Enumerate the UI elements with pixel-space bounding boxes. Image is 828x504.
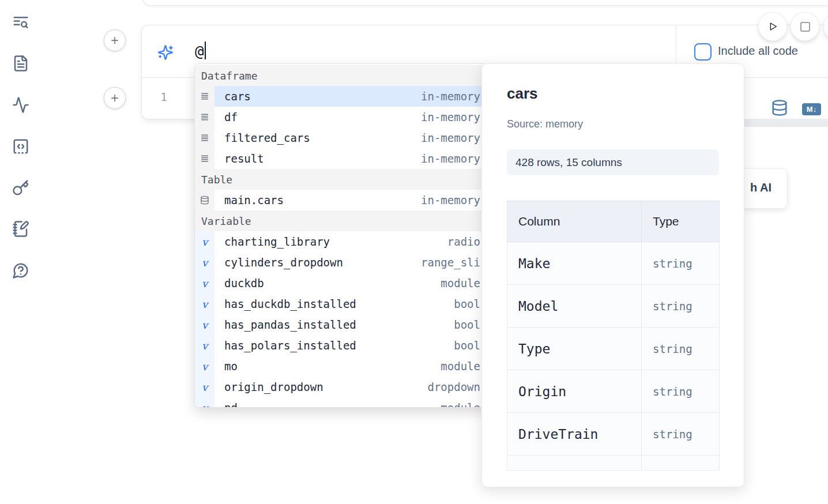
- previous-cell-edge: [142, 0, 828, 6]
- schema-header-column: Column: [507, 201, 642, 242]
- variable-icon: v: [195, 335, 214, 356]
- item-type: bool: [447, 318, 480, 331]
- text-cursor: [205, 42, 206, 59]
- schema-column-name: Make: [507, 242, 642, 284]
- sidebar-activity-tracing-icon[interactable]: [12, 96, 29, 114]
- autocomplete-item-result[interactable]: resultin-memory: [195, 148, 488, 169]
- ai-prompt-input[interactable]: @: [195, 42, 206, 60]
- play-icon: [766, 20, 779, 33]
- item-type: bool: [447, 339, 480, 352]
- autocomplete-item-cars[interactable]: carsin-memory: [195, 86, 488, 107]
- schema-column-name: Model: [507, 285, 642, 327]
- item-type: in-memory: [414, 111, 480, 123]
- autocomplete-section-header: Dataframe: [195, 65, 488, 86]
- schema-column-name: Type: [507, 328, 642, 370]
- item-type: module: [434, 277, 480, 289]
- autocomplete-item-filtered_cars[interactable]: filtered_carsin-memory: [195, 127, 488, 148]
- item-name: charting_library: [224, 235, 330, 248]
- variable-icon: v: [195, 252, 214, 273]
- item-name: result: [224, 152, 264, 165]
- schema-column-type: string: [642, 413, 719, 455]
- dataframe-icon: [195, 148, 214, 169]
- sidebar-file-text-icon[interactable]: [12, 55, 29, 72]
- schema-column-type: string: [642, 242, 719, 284]
- autocomplete-item-charting_library[interactable]: vcharting_libraryradio: [195, 231, 488, 252]
- schema-column-name: Origin: [507, 370, 642, 412]
- item-type: bool: [447, 298, 480, 310]
- item-name: origin_dropdown: [224, 381, 323, 393]
- item-name: df: [224, 111, 238, 123]
- schema-column-type: [642, 456, 719, 470]
- item-type: dropdown: [420, 381, 480, 393]
- autocomplete-item-main.cars[interactable]: main.carsin-memory: [195, 190, 488, 210]
- markdown-icon[interactable]: M↓: [802, 103, 821, 115]
- item-name: duckdb: [224, 277, 264, 289]
- item-name: pd: [224, 401, 238, 408]
- preview-source: Source: memory: [507, 118, 583, 130]
- autocomplete-item-df[interactable]: dfin-memory: [195, 107, 488, 127]
- variable-icon: v: [195, 231, 214, 252]
- autocomplete-item-cylinders_dropdown[interactable]: vcylinders_dropdownrange_sli: [195, 252, 488, 273]
- variable-icon: v: [195, 397, 214, 408]
- schema-column-type: string: [642, 328, 719, 370]
- item-name: main.cars: [224, 194, 284, 206]
- variable-icon: v: [195, 294, 214, 314]
- schema-column-name: DriveTrain: [507, 413, 642, 455]
- generate-with-ai-label: h AI: [750, 181, 771, 194]
- item-name: has_duckdb_installed: [224, 298, 356, 310]
- sidebar-key-secrets-icon[interactable]: [12, 179, 29, 197]
- datasource-database-icon[interactable]: [771, 99, 788, 116]
- item-name: filtered_cars: [224, 131, 310, 144]
- line-number: 1: [157, 90, 171, 104]
- dataframe-icon: [195, 107, 214, 127]
- ai-sparkles-icon: [157, 44, 174, 61]
- schema-column-type: string: [642, 370, 719, 412]
- item-name: mo: [224, 360, 238, 373]
- stop-cell-button[interactable]: [791, 12, 819, 41]
- variable-icon: v: [195, 377, 214, 397]
- item-type: module: [434, 401, 480, 408]
- add-cell-button-bottom[interactable]: +: [104, 87, 126, 109]
- autocomplete-item-has_polars_installed[interactable]: vhas_polars_installedbool: [195, 335, 488, 356]
- schema-header-type: Type: [642, 201, 719, 242]
- autocomplete-popup: Dataframecarsin-memorydfin-memoryfiltere…: [194, 63, 489, 408]
- preview-title: cars: [507, 85, 538, 103]
- variable-icon: v: [195, 314, 214, 335]
- schema-row-partial: [507, 456, 720, 471]
- dataframe-icon: [195, 86, 214, 107]
- add-cell-button-top[interactable]: +: [104, 29, 126, 51]
- item-type: range_sli: [414, 256, 480, 269]
- sidebar-help-chat-icon[interactable]: [12, 262, 29, 279]
- autocomplete-item-has_pandas_installed[interactable]: vhas_pandas_installedbool: [195, 314, 488, 335]
- sidebar-code-snippets-icon[interactable]: [12, 138, 29, 155]
- sidebar-notebook-pen-scratchpad-icon[interactable]: [12, 220, 29, 238]
- item-name: cars: [224, 90, 251, 103]
- item-name: has_pandas_installed: [224, 318, 356, 331]
- schema-column-type: string: [642, 285, 719, 327]
- item-name: cylinders_dropdown: [224, 256, 343, 269]
- include-all-code-checkbox[interactable]: [694, 43, 712, 61]
- item-type: in-memory: [414, 131, 480, 144]
- item-type: radio: [441, 235, 480, 248]
- preview-schema-table: ColumnTypeMakestringModelstringTypestrin…: [507, 201, 720, 471]
- dataframe-icon: [195, 127, 214, 148]
- autocomplete-section-header: Table: [195, 169, 488, 190]
- variable-icon: v: [195, 273, 214, 294]
- autocomplete-item-pd[interactable]: vpdmodule: [195, 397, 488, 408]
- autocomplete-section-header: Variable: [195, 210, 488, 231]
- run-cell-button[interactable]: [758, 12, 787, 41]
- prompt-value: @: [195, 43, 204, 60]
- schema-row-Model: Modelstring: [507, 285, 720, 328]
- autocomplete-item-duckdb[interactable]: vduckdbmodule: [195, 273, 488, 294]
- preview-shape-badge: 428 rows, 15 columns: [507, 149, 719, 175]
- sidebar-toc-search-icon[interactable]: [12, 14, 29, 31]
- autocomplete-item-mo[interactable]: vmomodule: [195, 356, 488, 377]
- autocomplete-item-origin_dropdown[interactable]: vorigin_dropdowndropdown: [195, 377, 488, 397]
- item-type: module: [434, 360, 480, 373]
- schema-column-name: [507, 456, 642, 470]
- schema-row-Origin: Originstring: [507, 370, 720, 413]
- dataframe-preview-panel: cars Source: memory 428 rows, 15 columns…: [481, 63, 744, 487]
- autocomplete-item-has_duckdb_installed[interactable]: vhas_duckdb_installedbool: [195, 294, 488, 314]
- variable-icon: v: [195, 356, 214, 377]
- schema-row-DriveTrain: DriveTrainstring: [507, 413, 720, 456]
